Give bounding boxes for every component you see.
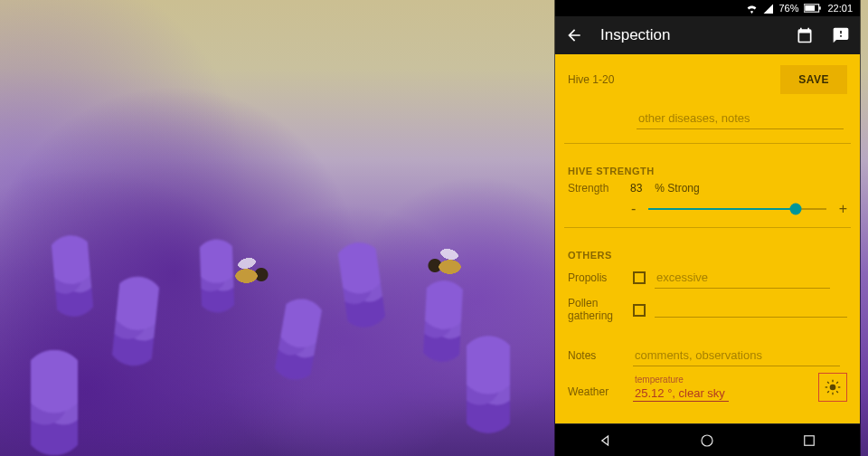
strength-label: Strength bbox=[568, 182, 618, 195]
svg-rect-13 bbox=[805, 436, 815, 446]
sub-bar: Hive 1-20 SAVE bbox=[555, 54, 860, 103]
strength-unit-label: % Strong bbox=[655, 182, 699, 195]
lavender-flower bbox=[31, 350, 78, 456]
svg-line-9 bbox=[836, 391, 838, 393]
svg-rect-2 bbox=[820, 6, 822, 9]
lavender-flower bbox=[467, 336, 510, 433]
lavender-flower bbox=[423, 280, 464, 363]
signal-icon bbox=[763, 4, 773, 14]
svg-line-11 bbox=[836, 382, 838, 384]
svg-line-8 bbox=[827, 382, 829, 384]
save-button[interactable]: SAVE bbox=[780, 65, 847, 94]
weather-label: Weather bbox=[568, 385, 624, 402]
battery-icon bbox=[804, 4, 822, 13]
propolis-checkbox[interactable] bbox=[633, 271, 646, 284]
app-bar: Inspection bbox=[555, 16, 860, 54]
lavender-flower bbox=[51, 233, 94, 318]
strength-minus-button[interactable]: - bbox=[631, 201, 636, 217]
propolis-input[interactable] bbox=[655, 267, 830, 289]
nav-home-button[interactable] bbox=[696, 430, 718, 451]
battery-pct: 76% bbox=[778, 3, 798, 14]
clock: 22:01 bbox=[827, 3, 853, 14]
svg-point-3 bbox=[830, 384, 836, 390]
temperature-caption: temperature bbox=[633, 375, 729, 385]
nav-recent-button[interactable] bbox=[798, 430, 820, 451]
pollen-input[interactable] bbox=[655, 302, 847, 318]
android-navbar bbox=[555, 423, 860, 456]
calendar-button[interactable] bbox=[795, 25, 815, 45]
notes-input[interactable] bbox=[633, 345, 840, 366]
back-button[interactable] bbox=[564, 25, 584, 45]
strength-plus-button[interactable]: + bbox=[839, 201, 847, 217]
phone-frame: 76% 22:01 Inspection Hive 1-20 SA bbox=[555, 0, 860, 456]
section-hive-strength: HIVE STRENGTH bbox=[555, 153, 860, 178]
weather-value[interactable]: 25.12 °, clear sky bbox=[633, 385, 729, 402]
pollen-checkbox[interactable] bbox=[633, 304, 646, 317]
hive-label: Hive 1-20 bbox=[568, 73, 614, 86]
sun-icon bbox=[824, 378, 842, 396]
report-button[interactable] bbox=[831, 25, 851, 45]
form-pane: Hive 1-20 SAVE HIVE STRENGTH Strength 83… bbox=[555, 54, 860, 423]
notes-label: Notes bbox=[568, 349, 624, 362]
section-others: OTHERS bbox=[555, 237, 860, 262]
page-title: Inspection bbox=[600, 26, 671, 44]
pollen-label: Pollen gathering bbox=[568, 298, 624, 323]
weather-fetch-button[interactable] bbox=[818, 373, 847, 402]
statusbar: 76% 22:01 bbox=[555, 0, 860, 16]
svg-rect-1 bbox=[806, 5, 816, 11]
strength-slider[interactable] bbox=[648, 200, 826, 218]
wifi-icon bbox=[746, 4, 758, 14]
diseases-input[interactable] bbox=[637, 108, 844, 129]
bee bbox=[425, 253, 470, 280]
propolis-label: Propolis bbox=[568, 271, 624, 284]
bee bbox=[226, 262, 271, 290]
svg-point-12 bbox=[702, 435, 712, 446]
nav-back-button[interactable] bbox=[595, 430, 617, 451]
strength-value: 83 bbox=[630, 182, 642, 195]
svg-line-10 bbox=[827, 391, 829, 393]
